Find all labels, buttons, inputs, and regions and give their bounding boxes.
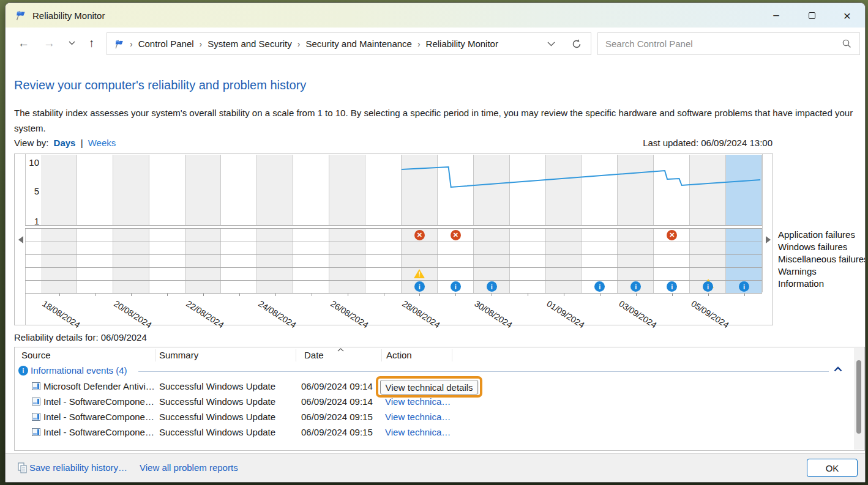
recent-pages-chevron-icon[interactable] — [69, 41, 75, 45]
view-technical-details-link[interactable]: View technica… — [385, 427, 451, 437]
chart-row-label-miscellaneous-failures: Miscellaneous failures — [778, 253, 866, 265]
chart-row-labels: Application failuresWindows failuresMisc… — [778, 229, 866, 290]
x-axis-date-label: 01/09/2024 — [545, 298, 586, 330]
column-divider — [296, 349, 296, 361]
breadcrumb[interactable]: ›Control Panel›System and Security›Secur… — [107, 32, 591, 55]
page-description: The stability index assesses your system… — [14, 105, 854, 136]
cell-summary: Successful Windows Update — [159, 396, 275, 407]
chart-row-label-application-failures: Application failures — [778, 229, 866, 241]
column-header-source[interactable]: Source — [21, 350, 51, 360]
breadcrumb-item-system-and-security[interactable]: System and Security — [208, 39, 292, 49]
crumb-separator-icon: › — [417, 39, 421, 49]
column-divider — [155, 349, 155, 361]
cell-source: Intel - SoftwareCompone… — [43, 396, 154, 407]
breadcrumb-item-reliability-monitor[interactable]: Reliability Monitor — [426, 39, 498, 49]
chart-section-divider — [25, 225, 762, 229]
application-window-icon — [32, 428, 40, 436]
view-technical-details-link[interactable]: View technica… — [385, 396, 451, 407]
chart-row-gridline — [25, 280, 762, 281]
save-history-icon — [18, 462, 28, 473]
y-axis-tick-5: 5 — [24, 186, 39, 196]
cell-summary: Successful Windows Update — [159, 412, 275, 422]
column-divider — [381, 349, 382, 361]
up-button[interactable]: ↑ — [89, 35, 95, 51]
reliability-monitor-window: Reliability Monitor – × ← → ↑ ›Control P… — [5, 2, 866, 483]
warning-icon[interactable]: ! — [414, 269, 425, 279]
column-header-action[interactable]: Action — [386, 350, 412, 360]
collapse-group-icon[interactable] — [834, 366, 842, 372]
cell-summary: Successful Windows Update — [159, 427, 275, 437]
last-updated-label: Last updated: 06/09/2024 13:00 — [643, 138, 773, 148]
cell-date: 06/09/2024 09:15 — [301, 412, 373, 422]
x-axis-date-label: 03/09/2024 — [617, 298, 658, 330]
application-window-icon — [32, 382, 40, 390]
chart-scroll-left-icon[interactable] — [18, 236, 23, 243]
view-by-switcher: View by: Days | Weeks — [14, 138, 116, 148]
refresh-icon[interactable] — [571, 39, 582, 50]
table-row[interactable]: Intel - SoftwareCompone…Successful Windo… — [15, 394, 864, 410]
view-technical-details-button[interactable]: View technical details — [380, 380, 478, 394]
reliability-flag-icon — [14, 9, 26, 21]
x-axis-date-label: 20/08/2024 — [113, 298, 154, 330]
view-by-days-link[interactable]: Days — [54, 138, 76, 148]
table-row[interactable]: Intel - SoftwareCompone…Successful Windo… — [15, 425, 864, 440]
chart-scroll-right-icon[interactable] — [766, 236, 771, 243]
cell-summary: Successful Windows Update — [159, 381, 275, 391]
x-axis-date-label: 18/08/2024 — [40, 298, 81, 330]
cell-source: Microsoft Defender Antivi… — [43, 381, 155, 391]
y-axis-tick-10: 10 — [24, 157, 39, 168]
crumb-separator-icon: › — [200, 39, 203, 49]
chart-row-label-warnings: Warnings — [778, 265, 866, 278]
column-header-date[interactable]: Date — [304, 350, 324, 360]
stability-chart[interactable]: 105118/08/202420/08/202422/08/202424/08/… — [14, 154, 773, 325]
search-icon[interactable] — [842, 39, 852, 49]
x-axis-date-label: 24/08/2024 — [256, 298, 297, 330]
x-axis-date-label: 26/08/2024 — [329, 298, 370, 330]
information-event-icon[interactable]: i — [703, 281, 713, 292]
information-event-icon[interactable]: i — [487, 281, 497, 292]
cell-date: 06/09/2024 09:14 — [301, 396, 373, 407]
info-icon: i — [18, 366, 28, 376]
application-failure-icon[interactable]: ✕ — [451, 230, 461, 240]
group-divider — [138, 371, 829, 372]
information-event-icon[interactable]: i — [451, 281, 461, 292]
sort-ascending-icon[interactable] — [337, 348, 344, 352]
information-event-icon[interactable]: i — [739, 281, 749, 292]
chart-row-label-windows-failures: Windows failures — [778, 241, 866, 253]
column-divider — [452, 349, 452, 361]
breadcrumb-item-security-and-maintenance[interactable]: Security and Maintenance — [305, 39, 411, 49]
view-all-problem-reports-link[interactable]: View all problem reports — [140, 462, 238, 473]
close-button[interactable]: × — [829, 3, 865, 28]
ok-button[interactable]: OK — [807, 459, 858, 477]
cell-date: 06/09/2024 09:14 — [301, 381, 373, 391]
maximize-button[interactable] — [794, 3, 829, 28]
view-technical-details-link[interactable]: View technica… — [385, 412, 451, 422]
cell-source: Intel - SoftwareCompone… — [43, 427, 154, 437]
back-button[interactable]: ← — [18, 35, 29, 51]
x-axis-date-label: 30/08/2024 — [473, 298, 514, 330]
group-label[interactable]: Informational events (4) — [31, 365, 127, 376]
search-box — [597, 32, 860, 55]
search-input[interactable] — [605, 39, 842, 49]
page-title: Review your computer's reliability and p… — [14, 78, 306, 92]
application-failure-icon[interactable]: ✕ — [414, 230, 425, 240]
application-window-icon — [32, 398, 40, 405]
save-reliability-history-link[interactable]: Save reliability history… — [29, 462, 127, 473]
details-table: i Informational events (4) SourceSummary… — [14, 347, 865, 451]
column-header-summary[interactable]: Summary — [159, 350, 198, 360]
chart-row-gridline — [25, 267, 762, 268]
minimize-button[interactable]: – — [758, 3, 794, 28]
crumb-separator-icon: › — [297, 39, 301, 49]
cell-date: 06/09/2024 09:15 — [301, 427, 373, 437]
view-by-weeks-link[interactable]: Weeks — [88, 138, 116, 148]
breadcrumb-item-control-panel[interactable]: Control Panel — [138, 39, 194, 49]
breadcrumb-dropdown-icon[interactable] — [547, 42, 555, 46]
table-row[interactable]: Intel - SoftwareCompone…Successful Windo… — [15, 410, 864, 425]
forward-button[interactable]: → — [43, 35, 55, 51]
footer-bar: Save reliability history… View all probl… — [6, 453, 865, 482]
informational-events-group-row[interactable]: i Informational events (4) — [15, 363, 864, 379]
information-event-icon[interactable]: i — [414, 281, 425, 292]
stability-index-line — [41, 155, 762, 225]
table-row[interactable]: Microsoft Defender Antivi…Successful Win… — [15, 379, 864, 394]
chart-row-gridline — [25, 293, 762, 294]
